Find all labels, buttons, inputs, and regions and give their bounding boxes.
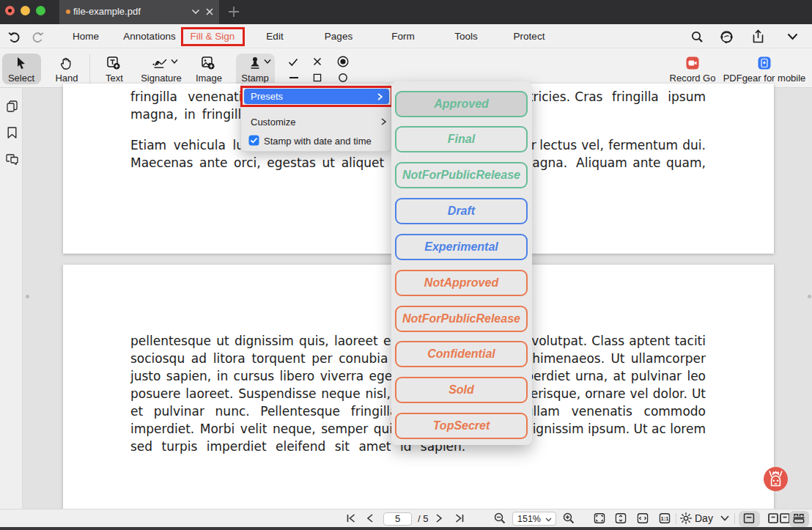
svg-text:1:1: 1:1: [660, 515, 668, 522]
